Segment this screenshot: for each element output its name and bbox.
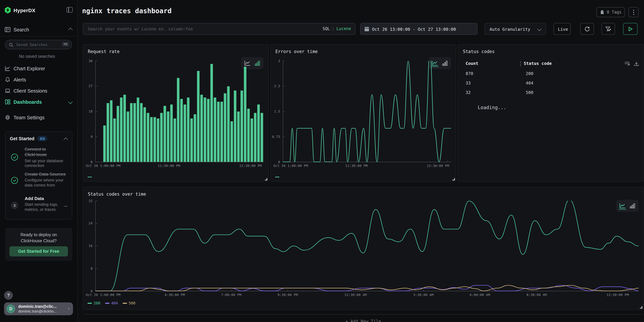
live-button[interactable]: Live — [554, 23, 571, 35]
granularity-select[interactable]: Auto Granularity — [484, 23, 546, 35]
dashboard-menu-button[interactable] — [628, 7, 638, 17]
sidebar-item-label: Team Settings — [14, 115, 44, 120]
user-email: dominic.tran@clickho... — [18, 309, 57, 313]
hyperdx-logo-icon — [4, 6, 12, 14]
brand-name: HyperDX — [14, 8, 36, 13]
user-name: dominic.tran@clic... — [18, 304, 56, 309]
cell-status-code: 500 — [526, 90, 533, 95]
bar — [210, 64, 213, 162]
get-started-title: Get Started — [10, 136, 34, 141]
sidebar-item-alerts[interactable]: Alerts — [0, 76, 77, 84]
get-started-step-3[interactable]: 3 Add Data Start sending logs, metrics, … — [10, 196, 68, 215]
panel-request-rate: Request rate 36271890Oct 26 1:00:00 PM11… — [83, 44, 268, 182]
panel-resize-handle[interactable] — [640, 306, 642, 308]
loading-text: Loading... — [478, 105, 506, 110]
shortcut-badge: ⌘K — [62, 42, 69, 47]
x-axis-tick-label: 4:30:00 PM — [164, 293, 185, 297]
chevron-up-icon — [68, 28, 72, 32]
tag-icon — [600, 10, 604, 15]
legend-item[interactable]: 200 — [88, 301, 100, 306]
x-axis-tick-label: 12:30:00 PM — [606, 293, 629, 297]
play-icon — [628, 26, 632, 31]
chevron-right-icon: › — [68, 306, 70, 311]
saved-searches-input[interactable] — [16, 40, 56, 49]
legend-item[interactable] — [275, 176, 280, 178]
table-row[interactable]: 32 500 — [458, 90, 643, 98]
bar — [154, 117, 156, 162]
sidebar-collapse-icon[interactable] — [66, 7, 73, 12]
add-new-tile-button[interactable]: + Add New Tile — [83, 314, 644, 322]
series-line-200 — [96, 201, 638, 291]
chart-plot — [95, 201, 638, 291]
date-range-picker[interactable]: Oct 26 13:00:00 - Oct 27 13:00:00 — [360, 23, 478, 35]
table-row[interactable]: 33 404 — [458, 80, 643, 88]
legend-item[interactable]: 500 — [123, 301, 136, 306]
get-started-card: Get Started2/3 Connect to ClickHouse Set… — [5, 132, 72, 220]
bar — [116, 106, 119, 162]
bar — [106, 103, 109, 162]
legend-item[interactable] — [88, 176, 92, 178]
bar — [113, 118, 116, 162]
filter-icon — [605, 26, 611, 32]
date-range-value: Oct 26 13:00:00 - Oct 27 13:00:00 — [372, 27, 456, 32]
bar — [227, 86, 230, 162]
sidebar-item-chart-explorer[interactable]: Chart Explorer — [0, 65, 77, 73]
dashboards-icon — [5, 99, 10, 105]
legend-label: 500 — [129, 301, 136, 306]
panel-resize-handle[interactable] — [265, 178, 267, 180]
filter-button[interactable] — [602, 23, 615, 35]
x-axis-tick-label: Oct 26 1:00:00 PM — [86, 164, 120, 168]
column-header-count[interactable]: Count — [466, 61, 478, 66]
y-axis-tick-label: 2.3 — [271, 84, 280, 88]
bar — [230, 121, 233, 162]
bar — [237, 112, 240, 162]
event-search-input[interactable] — [87, 23, 286, 34]
bar — [137, 98, 139, 162]
download-icon[interactable] — [634, 61, 639, 66]
legend-dash-icon — [123, 303, 127, 304]
legend-item[interactable]: 404 — [105, 301, 118, 306]
avatar: D — [6, 304, 15, 313]
sql-toggle[interactable]: SQL — [322, 26, 330, 31]
chart-plot — [283, 61, 451, 162]
page-title: nginx traces dashboard — [82, 7, 172, 15]
table-row[interactable]: 870 200 — [458, 71, 643, 79]
bar — [147, 113, 149, 162]
x-axis-tick-label: 7:00:00 PM — [221, 293, 241, 297]
get-started-step-1[interactable]: Connect to ClickHouse Set up your databa… — [10, 147, 68, 168]
column-header-status-code[interactable]: Status code — [524, 61, 552, 66]
x-axis-tick-label: 12:30:00 PM — [427, 164, 449, 168]
column-resize-grip[interactable] — [520, 61, 521, 66]
refresh-button[interactable] — [580, 23, 594, 35]
bar — [244, 67, 246, 162]
get-started-free-button[interactable]: Get Started for Free — [10, 246, 68, 256]
x-axis-tick-label: Oct 26 1:00:00 PM — [86, 293, 120, 297]
step-desc: Configure where your data comes from — [25, 178, 68, 188]
x-axis-tick-label: Oct 26 1:00:00 PM — [273, 164, 308, 168]
bar — [214, 98, 216, 162]
get-started-step-2[interactable]: Create Data Sources Configure where your… — [10, 172, 68, 189]
progress-badge: 2/3 — [37, 136, 48, 141]
y-axis-tick-label: 24 — [83, 222, 92, 225]
bar — [123, 95, 126, 162]
chart-plot — [95, 61, 264, 162]
lucene-toggle[interactable]: Lucene — [336, 26, 351, 31]
sidebar-item-team-settings[interactable]: Team Settings — [0, 114, 77, 122]
panel-title: Errors over time — [275, 49, 318, 54]
cell-status-code: 404 — [526, 80, 533, 86]
cloud-promo-line2: ClickHouse Cloud? — [5, 238, 72, 244]
sidebar-item-search[interactable]: Search — [0, 25, 77, 36]
wrap-lines-icon[interactable] — [624, 61, 630, 66]
series-line-404 — [96, 285, 638, 291]
sidebar-item-client-sessions[interactable]: Client Sessions — [0, 87, 77, 95]
panel-resize-handle[interactable] — [452, 178, 455, 180]
toggle-divider: | — [332, 26, 334, 31]
run-query-button[interactable] — [623, 23, 638, 35]
bell-icon — [5, 77, 10, 82]
bar — [224, 93, 226, 162]
help-button[interactable]: ? — [4, 291, 13, 300]
tags-button[interactable]: 0 Tags — [596, 7, 625, 17]
user-menu[interactable]: D dominic.tran@clic... dominic.tran@clic… — [4, 302, 73, 315]
get-started-header[interactable]: Get Started2/3 — [10, 136, 68, 142]
sidebar-item-dashboards[interactable]: Dashboards — [0, 98, 77, 106]
